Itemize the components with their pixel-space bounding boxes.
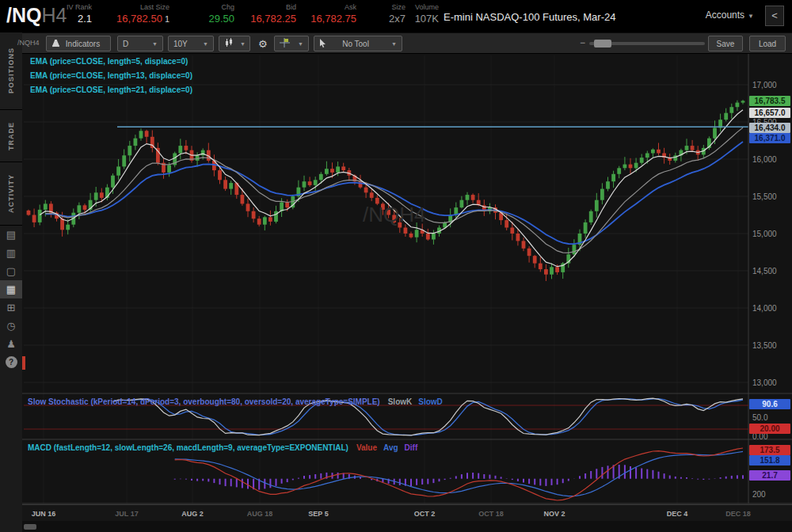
macd-avg-badge: 151.8: [749, 455, 790, 466]
indicators-button[interactable]: Indicators: [46, 36, 111, 51]
load-button[interactable]: Load: [749, 36, 786, 51]
axis-tick: 16,000: [752, 155, 777, 164]
left-sidebar: POSITIONS TRADE ACTIVITY ▤ ▥ ▢ ▦ ⊞ ◷ ♟ ?: [0, 32, 22, 532]
macd-value-legend: Value: [356, 443, 377, 452]
gear-icon: ⚙: [258, 38, 268, 50]
trading-platform: /NQH4 IV Rank 2.1 Last Size 16,782.501 C…: [0, 0, 792, 532]
time-tick: OCT 18: [478, 510, 504, 518]
zoom-slider[interactable]: [589, 42, 705, 45]
time-axis: JUN 16 JUL 17 AUG 2 AUG 18 SEP 5 OCT 2 O…: [22, 504, 792, 521]
drawing-icon: [280, 38, 290, 49]
time-tick: JUL 17: [115, 510, 138, 518]
price-chart[interactable]: [22, 54, 792, 532]
chart-icon[interactable]: ▦: [0, 280, 22, 298]
scrollbar-thumb[interactable]: [24, 524, 36, 530]
macd-diff-legend: Diff: [405, 443, 418, 452]
ema21-label: EMA (price=CLOSE, length=21, displace=0): [30, 86, 192, 94]
box-icon[interactable]: ▢: [0, 262, 22, 280]
ema-slow-badge: 16,371.0: [749, 133, 790, 143]
time-tick: SEP 5: [308, 510, 328, 518]
time-tick: AUG 2: [181, 510, 204, 518]
instrument-description: E-mini NASDAQ-100 Futures, Mar-24: [444, 11, 615, 23]
time-tick: OCT 2: [414, 510, 436, 518]
sidebar-tab-trade[interactable]: TRADE: [0, 110, 22, 162]
volume-field: Volume 107K: [409, 3, 439, 25]
stochastic-title: Slow Stochastic (kPeriod=14, dPeriod=3, …: [28, 397, 443, 406]
axis-tick: 13,500: [752, 341, 777, 350]
chevron-down-icon: ▼: [152, 41, 158, 47]
columns-icon[interactable]: ▥: [0, 244, 22, 262]
time-tick: NOV 2: [543, 510, 565, 518]
horizontal-scrollbar[interactable]: [22, 521, 792, 532]
zoom-slider-handle[interactable]: [594, 40, 611, 48]
candlestick-icon: [224, 38, 234, 49]
last-size-field: Last Size 16,782.501: [101, 3, 169, 25]
macd-value-badge: 173.5: [749, 445, 790, 455]
axis-tick: 14,500: [752, 267, 777, 276]
stoch-oversold-badge: 20.00: [749, 424, 790, 434]
last-price-badge: 16,783.5: [749, 96, 790, 106]
active-tool-dropdown[interactable]: No Tool ▼: [314, 36, 402, 51]
accounts-dropdown[interactable]: Accounts▼: [706, 10, 754, 21]
axis-tick: 15,000: [752, 230, 777, 238]
chart-style-dropdown[interactable]: ▼: [219, 36, 250, 51]
slowk-legend: SlowK: [388, 397, 413, 406]
macd-axis-tick: 200: [752, 490, 766, 499]
chevron-down-icon: ▼: [240, 41, 246, 47]
slowd-legend: SlowD: [418, 397, 443, 406]
drawing-set-dropdown[interactable]: ▼: [274, 36, 309, 51]
time-tick: AUG 18: [247, 510, 273, 518]
macd-title: MACD (fastLength=12, slowLength=26, macd…: [28, 443, 417, 452]
axis-tick: 14,000: [752, 304, 777, 313]
zoom-out-button[interactable]: −: [580, 37, 585, 48]
flask-icon: [51, 39, 60, 49]
chart-watermark: /NQH4: [363, 203, 425, 227]
slowk-value-badge: 90.6: [749, 399, 790, 409]
axis-tick: 17,000: [752, 81, 777, 89]
range-dropdown[interactable]: 10Y▼: [168, 36, 214, 51]
macd-diff-badge: 21.7: [749, 470, 790, 481]
macd-avg-legend: Avg: [383, 443, 398, 452]
clock-icon[interactable]: ◷: [0, 317, 22, 335]
help-icon[interactable]: ?: [0, 353, 22, 371]
change-field: Chg 29.50: [196, 3, 234, 25]
chart-toolbar: /NQH4 Indicators D▼ 10Y▼ ▼ ⚙: [22, 33, 792, 54]
axis-tick: 15,500: [752, 192, 777, 201]
report-icon[interactable]: ▤: [0, 226, 22, 244]
stoch-mid-tick: 50.0: [752, 413, 767, 422]
time-tick: JUN 16: [32, 510, 56, 518]
cursor-icon: [319, 39, 326, 49]
people-icon[interactable]: ♟: [0, 335, 22, 353]
ask-field: Ask 16,782.75: [298, 3, 356, 25]
collapse-panel-button[interactable]: <: [765, 6, 784, 26]
sidebar-tab-activity[interactable]: ACTIVITY: [0, 162, 22, 226]
chevron-down-icon: ▼: [203, 41, 208, 47]
chevron-down-icon: ▼: [391, 41, 397, 47]
ema13-label: EMA (price=CLOSE, length=13, displace=0): [30, 71, 192, 80]
toolbar-symbol-label: /NQH4: [17, 39, 40, 47]
axis-tick: 13,000: [752, 378, 777, 387]
size-field: Size 2x7: [380, 3, 406, 25]
chevron-down-icon: ▼: [748, 13, 754, 20]
quote-header: /NQH4 IV Rank 2.1 Last Size 16,782.501 C…: [0, 0, 792, 32]
chart-settings-button[interactable]: ⚙: [253, 36, 272, 51]
time-tick: DEC 4: [667, 510, 688, 518]
ema5-label: EMA (price=CLOSE, length=5, displace=0): [30, 57, 188, 66]
bid-field: Bid 16,782.25: [238, 3, 296, 25]
chevron-down-icon: ▼: [298, 41, 303, 47]
hline-price-badge: 16,434.0: [749, 123, 790, 133]
save-button[interactable]: Save: [708, 36, 743, 51]
iv-rank-field: IV Rank 2.1: [57, 3, 92, 25]
time-tick: DEC 18: [725, 510, 751, 518]
grid-icon[interactable]: ⊞: [0, 298, 22, 317]
ema-mid-badge: 16,657.0: [749, 108, 790, 118]
aggregation-dropdown[interactable]: D▼: [117, 36, 163, 51]
chart-area: /NQH4 EMA (price=CLOSE, length=5, displa…: [22, 54, 792, 532]
